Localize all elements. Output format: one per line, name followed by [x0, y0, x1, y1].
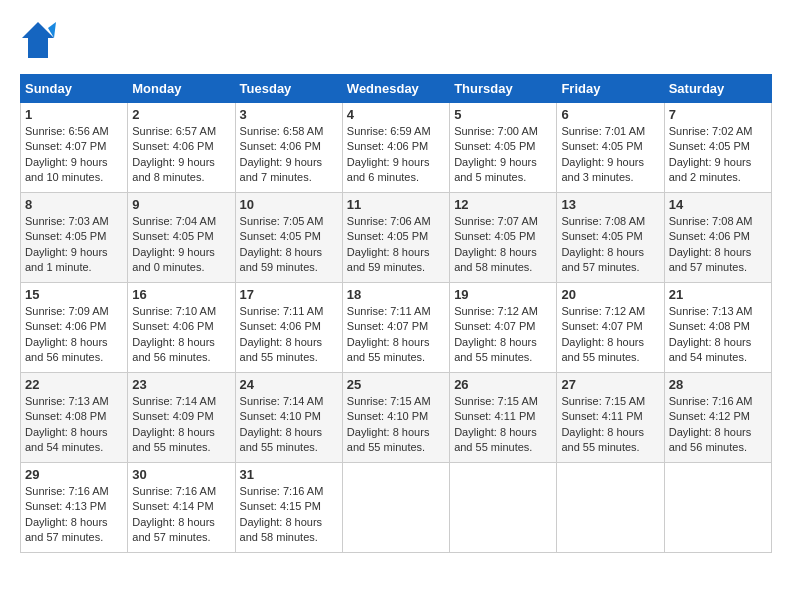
calendar-cell: 24 Sunrise: 7:14 AM Sunset: 4:10 PM Dayl…: [235, 373, 342, 463]
sunrise: Sunrise: 7:14 AM: [240, 395, 324, 407]
sunrise: Sunrise: 7:12 AM: [561, 305, 645, 317]
sunset: Sunset: 4:10 PM: [240, 410, 321, 422]
sunset: Sunset: 4:05 PM: [25, 230, 106, 242]
calendar-cell: 17 Sunrise: 7:11 AM Sunset: 4:06 PM Dayl…: [235, 283, 342, 373]
calendar-cell: 6 Sunrise: 7:01 AM Sunset: 4:05 PM Dayli…: [557, 103, 664, 193]
day-info: Sunrise: 7:10 AM Sunset: 4:06 PM Dayligh…: [132, 304, 230, 366]
calendar-cell: 3 Sunrise: 6:58 AM Sunset: 4:06 PM Dayli…: [235, 103, 342, 193]
weekday-header-sunday: Sunday: [21, 75, 128, 103]
day-number: 26: [454, 377, 552, 392]
daylight: Daylight: 8 hours and 55 minutes.: [240, 426, 323, 453]
weekday-header-monday: Monday: [128, 75, 235, 103]
calendar-cell: 13 Sunrise: 7:08 AM Sunset: 4:05 PM Dayl…: [557, 193, 664, 283]
calendar-cell: 28 Sunrise: 7:16 AM Sunset: 4:12 PM Dayl…: [664, 373, 771, 463]
daylight: Daylight: 8 hours and 58 minutes.: [454, 246, 537, 273]
day-number: 17: [240, 287, 338, 302]
calendar-table: SundayMondayTuesdayWednesdayThursdayFrid…: [20, 74, 772, 553]
day-info: Sunrise: 7:15 AM Sunset: 4:11 PM Dayligh…: [561, 394, 659, 456]
day-number: 8: [25, 197, 123, 212]
daylight: Daylight: 8 hours and 54 minutes.: [669, 336, 752, 363]
daylight: Daylight: 8 hours and 58 minutes.: [240, 516, 323, 543]
calendar-cell: [557, 463, 664, 553]
sunrise: Sunrise: 7:08 AM: [669, 215, 753, 227]
day-info: Sunrise: 7:13 AM Sunset: 4:08 PM Dayligh…: [669, 304, 767, 366]
day-number: 28: [669, 377, 767, 392]
day-info: Sunrise: 7:00 AM Sunset: 4:05 PM Dayligh…: [454, 124, 552, 186]
sunrise: Sunrise: 7:06 AM: [347, 215, 431, 227]
calendar-cell: 1 Sunrise: 6:56 AM Sunset: 4:07 PM Dayli…: [21, 103, 128, 193]
calendar-cell: 21 Sunrise: 7:13 AM Sunset: 4:08 PM Dayl…: [664, 283, 771, 373]
sunset: Sunset: 4:11 PM: [454, 410, 535, 422]
sunset: Sunset: 4:06 PM: [132, 140, 213, 152]
day-info: Sunrise: 7:16 AM Sunset: 4:12 PM Dayligh…: [669, 394, 767, 456]
calendar-cell: 26 Sunrise: 7:15 AM Sunset: 4:11 PM Dayl…: [450, 373, 557, 463]
sunset: Sunset: 4:11 PM: [561, 410, 642, 422]
day-info: Sunrise: 7:08 AM Sunset: 4:06 PM Dayligh…: [669, 214, 767, 276]
daylight: Daylight: 8 hours and 55 minutes.: [347, 426, 430, 453]
sunrise: Sunrise: 7:13 AM: [669, 305, 753, 317]
sunset: Sunset: 4:14 PM: [132, 500, 213, 512]
sunset: Sunset: 4:08 PM: [669, 320, 750, 332]
day-info: Sunrise: 7:16 AM Sunset: 4:14 PM Dayligh…: [132, 484, 230, 546]
day-info: Sunrise: 7:05 AM Sunset: 4:05 PM Dayligh…: [240, 214, 338, 276]
day-info: Sunrise: 7:02 AM Sunset: 4:05 PM Dayligh…: [669, 124, 767, 186]
sunrise: Sunrise: 7:16 AM: [132, 485, 216, 497]
day-number: 25: [347, 377, 445, 392]
daylight: Daylight: 9 hours and 5 minutes.: [454, 156, 537, 183]
daylight: Daylight: 8 hours and 55 minutes.: [561, 426, 644, 453]
day-number: 23: [132, 377, 230, 392]
day-info: Sunrise: 7:12 AM Sunset: 4:07 PM Dayligh…: [561, 304, 659, 366]
day-number: 19: [454, 287, 552, 302]
daylight: Daylight: 9 hours and 1 minute.: [25, 246, 108, 273]
sunrise: Sunrise: 7:02 AM: [669, 125, 753, 137]
day-number: 12: [454, 197, 552, 212]
day-number: 15: [25, 287, 123, 302]
sunset: Sunset: 4:06 PM: [25, 320, 106, 332]
daylight: Daylight: 9 hours and 8 minutes.: [132, 156, 215, 183]
calendar-cell: 27 Sunrise: 7:15 AM Sunset: 4:11 PM Dayl…: [557, 373, 664, 463]
day-number: 9: [132, 197, 230, 212]
calendar-cell: 31 Sunrise: 7:16 AM Sunset: 4:15 PM Dayl…: [235, 463, 342, 553]
day-number: 14: [669, 197, 767, 212]
day-info: Sunrise: 7:14 AM Sunset: 4:09 PM Dayligh…: [132, 394, 230, 456]
sunset: Sunset: 4:06 PM: [240, 140, 321, 152]
sunset: Sunset: 4:07 PM: [561, 320, 642, 332]
day-number: 18: [347, 287, 445, 302]
calendar-cell: 14 Sunrise: 7:08 AM Sunset: 4:06 PM Dayl…: [664, 193, 771, 283]
day-number: 27: [561, 377, 659, 392]
calendar-cell: 7 Sunrise: 7:02 AM Sunset: 4:05 PM Dayli…: [664, 103, 771, 193]
sunset: Sunset: 4:05 PM: [240, 230, 321, 242]
weekday-header-friday: Friday: [557, 75, 664, 103]
day-number: 5: [454, 107, 552, 122]
logo: [20, 20, 60, 64]
day-info: Sunrise: 7:15 AM Sunset: 4:10 PM Dayligh…: [347, 394, 445, 456]
calendar-cell: 2 Sunrise: 6:57 AM Sunset: 4:06 PM Dayli…: [128, 103, 235, 193]
sunset: Sunset: 4:05 PM: [454, 140, 535, 152]
day-number: 11: [347, 197, 445, 212]
calendar-cell: 30 Sunrise: 7:16 AM Sunset: 4:14 PM Dayl…: [128, 463, 235, 553]
day-info: Sunrise: 6:58 AM Sunset: 4:06 PM Dayligh…: [240, 124, 338, 186]
sunrise: Sunrise: 7:01 AM: [561, 125, 645, 137]
day-info: Sunrise: 7:04 AM Sunset: 4:05 PM Dayligh…: [132, 214, 230, 276]
sunrise: Sunrise: 7:04 AM: [132, 215, 216, 227]
day-info: Sunrise: 7:13 AM Sunset: 4:08 PM Dayligh…: [25, 394, 123, 456]
daylight: Daylight: 8 hours and 57 minutes.: [25, 516, 108, 543]
calendar-cell: [342, 463, 449, 553]
day-info: Sunrise: 7:07 AM Sunset: 4:05 PM Dayligh…: [454, 214, 552, 276]
day-number: 29: [25, 467, 123, 482]
sunrise: Sunrise: 7:16 AM: [669, 395, 753, 407]
daylight: Daylight: 9 hours and 0 minutes.: [132, 246, 215, 273]
sunrise: Sunrise: 7:16 AM: [25, 485, 109, 497]
day-number: 2: [132, 107, 230, 122]
daylight: Daylight: 8 hours and 55 minutes.: [561, 336, 644, 363]
day-info: Sunrise: 7:09 AM Sunset: 4:06 PM Dayligh…: [25, 304, 123, 366]
sunrise: Sunrise: 7:11 AM: [240, 305, 324, 317]
sunset: Sunset: 4:08 PM: [25, 410, 106, 422]
day-number: 3: [240, 107, 338, 122]
sunset: Sunset: 4:05 PM: [454, 230, 535, 242]
calendar-cell: 11 Sunrise: 7:06 AM Sunset: 4:05 PM Dayl…: [342, 193, 449, 283]
daylight: Daylight: 8 hours and 55 minutes.: [454, 426, 537, 453]
sunset: Sunset: 4:10 PM: [347, 410, 428, 422]
daylight: Daylight: 8 hours and 59 minutes.: [240, 246, 323, 273]
sunrise: Sunrise: 7:15 AM: [454, 395, 538, 407]
